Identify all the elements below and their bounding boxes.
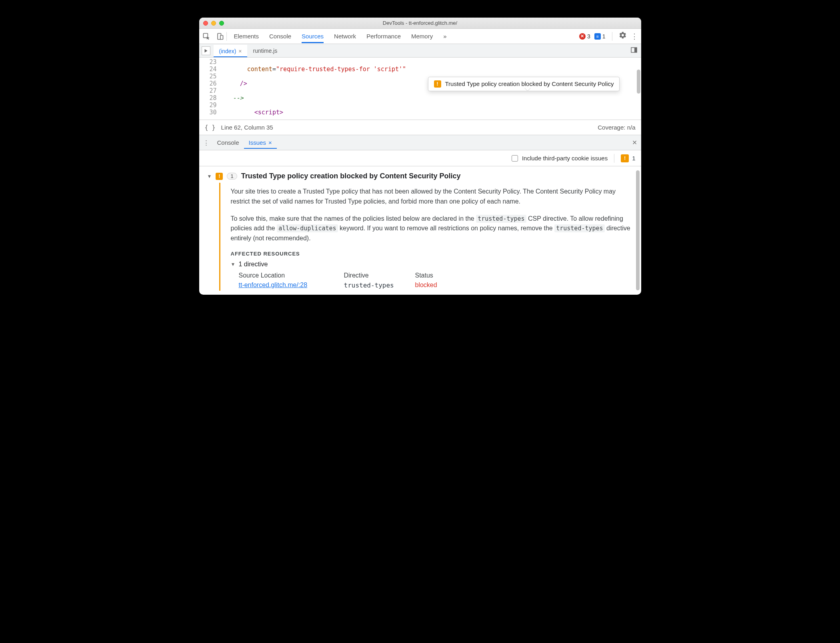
devtools-window: DevTools - tt-enforced.glitch.me/ Elemen…	[199, 18, 641, 295]
warning-count-value: 1	[632, 155, 635, 162]
warning-icon: !	[621, 154, 629, 162]
warning-icon: !	[434, 80, 441, 88]
warning-icon: !	[216, 173, 223, 180]
file-tab-index[interactable]: (index) ×	[214, 45, 248, 57]
pretty-print-icon[interactable]: { }	[205, 124, 216, 131]
device-toolbar-icon[interactable]	[216, 32, 224, 40]
tab-sources[interactable]: Sources	[302, 30, 324, 43]
message-counter[interactable]: ≡ 1	[594, 33, 606, 40]
third-party-checkbox[interactable]	[512, 155, 518, 162]
issue-content: Your site tries to create a Trusted Type…	[219, 183, 633, 291]
code-content: content="require-trusted-types-for 'scri…	[220, 58, 641, 120]
affected-resources-heading: AFFECTED RESOURCES	[231, 251, 633, 257]
main-tabs: Elements Console Sources Network Perform…	[234, 30, 447, 43]
file-tab-label: runtime.js	[253, 48, 277, 54]
td-source-link[interactable]: tt-enforced.glitch.me/:28	[239, 282, 329, 289]
directive-summary-row[interactable]: ▼ 1 directive	[231, 261, 633, 268]
close-tab-icon[interactable]: ×	[238, 48, 242, 54]
th-status: Status	[415, 272, 433, 282]
editor-statusbar: { } Line 62, Column 35 Coverage: n/a	[199, 120, 641, 135]
tab-network[interactable]: Network	[334, 30, 356, 43]
message-icon: ≡	[594, 33, 601, 40]
source-editor[interactable]: 232425 262728 2930 content="require-trus…	[199, 58, 641, 120]
drawer-tab-issues[interactable]: Issues ×	[244, 137, 277, 148]
message-count: 1	[602, 33, 606, 40]
td-status: blocked	[415, 282, 437, 289]
cursor-position: Line 62, Column 35	[221, 124, 273, 131]
hide-debugger-icon[interactable]	[629, 45, 639, 56]
file-tab-label: (index)	[219, 48, 236, 54]
close-drawer-tab-icon[interactable]: ×	[268, 139, 272, 146]
error-counter[interactable]: ✕ 3	[579, 33, 590, 40]
main-tabstrip: Elements Console Sources Network Perform…	[199, 29, 641, 44]
th-directive: Directive	[344, 272, 400, 282]
issues-warning-counter[interactable]: ! 1	[621, 154, 635, 162]
issue-header[interactable]: ▼ ! 1 Trusted Type policy creation block…	[207, 172, 633, 180]
disclosure-triangle-icon[interactable]: ▼	[231, 262, 236, 267]
coverage-status: Coverage: n/a	[598, 124, 635, 131]
show-navigator-icon[interactable]	[202, 46, 210, 55]
issues-toolbar: Include third-party cookie issues ! 1	[199, 150, 641, 166]
issues-panel: ▼ ! 1 Trusted Type policy creation block…	[199, 166, 641, 295]
drawer-tab-console[interactable]: Console	[212, 137, 244, 148]
issue-paragraph-1: Your site tries to create a Trusted Type…	[231, 187, 633, 207]
close-drawer-icon[interactable]: ×	[632, 138, 637, 147]
editor-scrollbar[interactable]	[636, 58, 641, 120]
window-titlebar: DevTools - tt-enforced.glitch.me/	[199, 18, 641, 29]
drawer-menu-icon[interactable]: ⋮	[203, 139, 209, 146]
window-title: DevTools - tt-enforced.glitch.me/	[199, 20, 641, 26]
td-directive: trusted-types	[344, 282, 400, 289]
issue-title: Trusted Type policy creation blocked by …	[241, 172, 461, 180]
line-gutter: 232425 262728 2930	[199, 58, 220, 120]
settings-gear-icon[interactable]	[619, 31, 627, 41]
tab-console[interactable]: Console	[269, 30, 291, 43]
affected-table: Source Location Directive Status tt-enfo…	[239, 272, 633, 289]
issue-count-pill: 1	[227, 173, 237, 180]
error-count: 3	[587, 33, 590, 40]
inspect-element-icon[interactable]	[202, 32, 210, 40]
th-source-location: Source Location	[239, 272, 329, 282]
tab-elements[interactable]: Elements	[234, 30, 259, 43]
tab-performance[interactable]: Performance	[366, 30, 401, 43]
disclosure-triangle-icon[interactable]: ▼	[207, 174, 212, 179]
file-tabstrip: (index) × runtime.js	[199, 44, 641, 58]
more-menu-icon[interactable]: ⋮	[631, 32, 638, 41]
directive-summary: 1 directive	[238, 261, 268, 268]
third-party-label[interactable]: Include third-party cookie issues	[522, 155, 608, 162]
drawer-tabstrip: ⋮ Console Issues × ×	[199, 135, 641, 150]
code-trusted-types: trusted-types	[476, 215, 526, 223]
file-tab-runtime[interactable]: runtime.js	[247, 45, 283, 56]
svg-rect-4	[634, 48, 637, 52]
tabs-overflow-button[interactable]: »	[443, 30, 446, 43]
svg-rect-2	[220, 35, 223, 39]
inline-issue-tooltip: ! Trusted Type policy creation blocked b…	[428, 77, 620, 91]
tooltip-text: Trusted Type policy creation blocked by …	[445, 80, 614, 88]
tab-memory[interactable]: Memory	[411, 30, 433, 43]
code-trusted-types-2: trusted-types	[554, 224, 604, 232]
issues-scrollbar[interactable]	[636, 170, 640, 290]
error-icon: ✕	[579, 33, 586, 40]
issue-paragraph-2: To solve this, make sure that the names …	[231, 214, 633, 244]
code-allow-duplicates: allow-duplicates	[277, 224, 338, 232]
